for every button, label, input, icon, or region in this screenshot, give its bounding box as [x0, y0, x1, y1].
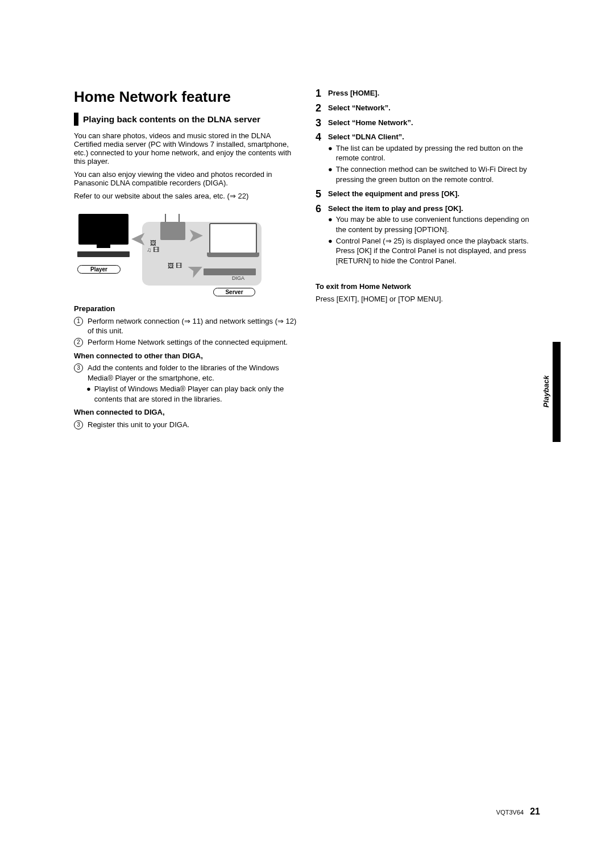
- laptop-icon: [209, 223, 257, 254]
- diga-icon: [204, 268, 256, 275]
- bullet-icon: ●: [328, 214, 333, 234]
- step-3b-icon: 3: [74, 420, 83, 429]
- step-4-sublist: ●The list can be updated by pressing the…: [328, 143, 540, 184]
- page-title: Home Network feature: [74, 88, 298, 106]
- exit-body: Press [EXIT], [HOME] or [TOP MENU].: [316, 294, 540, 304]
- bullet-icon: ●: [328, 143, 333, 163]
- prep-item-2: Perform Home Network settings of the con…: [88, 337, 288, 348]
- list-item: 2Perform Home Network settings of the co…: [74, 337, 298, 348]
- to-diga-item: Register this unit to your DIGA.: [88, 420, 189, 430]
- step-6-b2: Control Panel (⇒ 25) is displayed once t…: [336, 236, 540, 266]
- section-header: Playing back contents on the DLNA server: [74, 113, 298, 126]
- left-column: Home Network feature Playing back conten…: [74, 88, 298, 431]
- media-icons: 🖼 🎞: [168, 263, 182, 269]
- preparation-heading: Preparation: [74, 304, 298, 314]
- player-label: Player: [77, 265, 121, 274]
- to-diga-heading: When connected to DIGA,: [74, 407, 298, 418]
- step-3: Select “Home Network”.: [316, 118, 540, 129]
- step-6-sublist: ●You may be able to use convenient funct…: [328, 214, 540, 266]
- step-2-icon: 2: [74, 338, 83, 347]
- numbered-steps: Press [HOME]. Select “Network”. Select “…: [316, 88, 540, 267]
- media-icons: 🖼♫ 🎞: [147, 240, 159, 253]
- list-item: 3Add the contents and folder to the libr…: [74, 363, 298, 383]
- step-3-text: Select “Home Network”.: [328, 118, 540, 128]
- step-1: Press [HOME].: [316, 88, 540, 100]
- step-1-text: Press [HOME].: [328, 88, 540, 98]
- step-6: Select the item to play and press [OK]. …: [316, 204, 540, 267]
- step-6-b1: You may be able to use convenient functi…: [336, 214, 540, 234]
- intro-p1: You can share photos, videos and music s…: [74, 131, 298, 166]
- arrow-icon: ➤: [188, 225, 204, 245]
- list-item: 1Perform network connection (⇒ 11) and n…: [74, 316, 298, 336]
- right-column: Press [HOME]. Select “Network”. Select “…: [316, 88, 540, 431]
- player-icon: [77, 251, 130, 257]
- step-3-icon: 3: [74, 363, 83, 373]
- list-sub-item: ●Playlist of Windows Media® Player can p…: [74, 384, 298, 404]
- section-bar: [74, 113, 78, 126]
- page-number: 21: [530, 807, 540, 816]
- bullet-icon: ●: [328, 236, 333, 266]
- server-label: Server: [213, 288, 255, 296]
- arrow-icon: ➤: [131, 229, 147, 248]
- list-item: ●Control Panel (⇒ 25) is displayed once …: [328, 236, 540, 266]
- section-tab-label: Playback: [542, 375, 550, 407]
- diga-label: DIGA: [232, 275, 244, 281]
- step-5: Select the equipment and press [OK].: [316, 189, 540, 200]
- section-tab-bar: [553, 342, 561, 442]
- step-4-text: Select “DLNA Client”.: [328, 132, 540, 142]
- step-1-icon: 1: [74, 317, 83, 326]
- bullet-icon: ●: [328, 164, 333, 184]
- step-4-b2: The connection method can be switched to…: [336, 164, 540, 184]
- list-item: ●The connection method can be switched t…: [328, 164, 540, 184]
- step-4: Select “DLNA Client”. ●The list can be u…: [316, 132, 540, 185]
- manual-page: Home Network feature Playing back conten…: [0, 0, 614, 431]
- list-item: 3Register this unit to your DIGA.: [74, 420, 298, 430]
- step-4-b1: The list can be updated by pressing the …: [336, 143, 540, 163]
- tv-icon: [78, 214, 128, 245]
- exit-block: To exit from Home Network Press [EXIT], …: [316, 282, 540, 304]
- manual-code: VQT3V64: [496, 809, 524, 816]
- intro-p2: You can also enjoy viewing the video and…: [74, 170, 298, 187]
- list-item: ●You may be able to use convenient funct…: [328, 214, 540, 234]
- step-6-text: Select the item to play and press [OK].: [328, 204, 540, 214]
- intro-p3: Refer to our website about the sales are…: [74, 192, 298, 200]
- to-diga-list: 3Register this unit to your DIGA.: [74, 420, 298, 430]
- prep-item-1: Perform network connection (⇒ 11) and ne…: [88, 316, 298, 336]
- step-5-text: Select the equipment and press [OK].: [328, 189, 540, 199]
- other-than-diga-list: 3Add the contents and folder to the libr…: [74, 363, 298, 404]
- step-2-text: Select “Network”.: [328, 103, 540, 113]
- other-diga-item: Add the contents and folder to the libra…: [88, 363, 298, 383]
- list-item: ●The list can be updated by pressing the…: [328, 143, 540, 163]
- section-title: Playing back contents on the DLNA server: [83, 113, 260, 126]
- router-icon: [160, 222, 185, 240]
- network-diagram: Player DIGA Server ➤ ➤ ➤ 🖼♫ 🎞 🖼 🎞: [74, 208, 262, 299]
- other-diga-bullet: Playlist of Windows Media® Player can pl…: [94, 384, 298, 404]
- bullet-icon: ●: [86, 384, 91, 404]
- other-than-diga-heading: When connected to other than DIGA,: [74, 351, 298, 361]
- page-footer: VQT3V64 21: [496, 807, 540, 817]
- preparation-list: 1Perform network connection (⇒ 11) and n…: [74, 316, 298, 348]
- step-2: Select “Network”.: [316, 103, 540, 114]
- exit-heading: To exit from Home Network: [316, 282, 540, 292]
